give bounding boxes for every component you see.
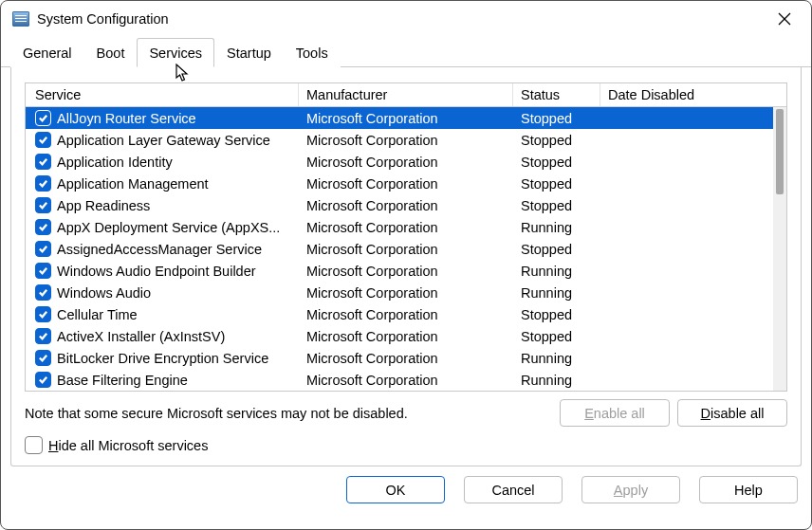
service-name: AllJoyn Router Service — [57, 111, 196, 126]
status-cell: Running — [513, 351, 600, 366]
table-row[interactable]: AllJoyn Router ServiceMicrosoft Corporat… — [26, 107, 786, 129]
header-service[interactable]: Service — [26, 83, 299, 106]
manufacturer-cell: Microsoft Corporation — [299, 176, 513, 192]
service-name: Windows Audio Endpoint Builder — [57, 264, 256, 279]
manufacturer-cell: Microsoft Corporation — [299, 307, 513, 322]
manufacturer-cell: Microsoft Corporation — [299, 198, 513, 213]
service-name: AssignedAccessManager Service — [57, 242, 262, 257]
table-header: Service Manufacturer Status Date Disable… — [26, 83, 786, 107]
scrollbar-thumb[interactable] — [776, 109, 784, 194]
row-checkbox[interactable] — [35, 197, 51, 213]
service-name: Base Filtering Engine — [57, 373, 188, 388]
table-row[interactable]: Windows Audio Endpoint BuilderMicrosoft … — [26, 260, 786, 282]
status-cell: Running — [513, 220, 600, 235]
tab-services[interactable]: Services — [137, 38, 214, 67]
service-name: AppX Deployment Service (AppXS... — [57, 220, 280, 235]
status-cell: Running — [513, 285, 600, 301]
header-date-disabled[interactable]: Date Disabled — [600, 83, 786, 106]
row-checkbox[interactable] — [35, 263, 51, 279]
row-checkbox[interactable] — [35, 132, 51, 148]
row-checkbox[interactable] — [35, 219, 51, 235]
manufacturer-cell: Microsoft Corporation — [299, 155, 513, 170]
manufacturer-cell: Microsoft Corporation — [299, 373, 513, 388]
status-cell: Stopped — [513, 329, 600, 344]
table-row[interactable]: Application ManagementMicrosoft Corporat… — [26, 173, 786, 194]
status-cell: Stopped — [513, 198, 600, 213]
app-icon — [12, 11, 29, 27]
status-cell: Stopped — [513, 242, 600, 257]
table-row[interactable]: Base Filtering EngineMicrosoft Corporati… — [26, 369, 786, 391]
header-manufacturer[interactable]: Manufacturer — [299, 83, 513, 106]
status-cell: Stopped — [513, 111, 600, 126]
manufacturer-cell: Microsoft Corporation — [299, 351, 513, 366]
enable-all-button[interactable]: Enable all — [560, 399, 670, 427]
tab-general[interactable]: General — [10, 38, 84, 67]
status-cell: Stopped — [513, 307, 600, 322]
status-cell: Running — [513, 264, 600, 279]
close-button[interactable] — [766, 5, 803, 33]
row-checkbox[interactable] — [35, 372, 51, 388]
tab-bar: General Boot Services Startup Tools — [1, 37, 811, 67]
table-row[interactable]: App ReadinessMicrosoft CorporationStoppe… — [26, 194, 786, 216]
manufacturer-cell: Microsoft Corporation — [299, 111, 513, 126]
header-status[interactable]: Status — [513, 83, 600, 106]
row-checkbox[interactable] — [35, 175, 51, 192]
table-body: AllJoyn Router ServiceMicrosoft Corporat… — [26, 107, 786, 391]
table-row[interactable]: Windows AudioMicrosoft CorporationRunnin… — [26, 282, 786, 303]
service-name: Application Management — [57, 176, 209, 192]
disable-all-button[interactable]: Disable all — [677, 399, 787, 427]
cancel-button[interactable]: Cancel — [464, 476, 563, 503]
status-cell: Stopped — [513, 133, 600, 148]
tab-startup[interactable]: Startup — [214, 38, 284, 67]
row-checkbox[interactable] — [35, 154, 51, 170]
table-row[interactable]: Application Layer Gateway ServiceMicroso… — [26, 129, 786, 151]
service-name: BitLocker Drive Encryption Service — [57, 351, 268, 366]
secure-services-note: Note that some secure Microsoft services… — [25, 406, 408, 421]
status-cell: Stopped — [513, 176, 600, 192]
table-row[interactable]: AssignedAccessManager ServiceMicrosoft C… — [26, 238, 786, 260]
manufacturer-cell: Microsoft Corporation — [299, 329, 513, 344]
row-checkbox[interactable] — [35, 284, 51, 301]
row-checkbox[interactable] — [35, 306, 51, 322]
service-name: Cellular Time — [57, 307, 138, 322]
row-checkbox[interactable] — [35, 350, 51, 366]
service-name: Windows Audio — [57, 285, 151, 301]
row-checkbox[interactable] — [35, 241, 51, 257]
hide-ms-checkbox[interactable] — [25, 436, 43, 454]
tab-boot[interactable]: Boot — [84, 38, 138, 67]
service-name: Application Layer Gateway Service — [57, 133, 270, 148]
service-name: Application Identity — [57, 155, 173, 170]
help-button[interactable]: Help — [699, 476, 798, 503]
status-cell: Stopped — [513, 155, 600, 170]
manufacturer-cell: Microsoft Corporation — [299, 242, 513, 257]
close-icon — [778, 12, 791, 26]
table-row[interactable]: AppX Deployment Service (AppXS...Microso… — [26, 216, 786, 238]
hide-ms-label[interactable]: Hide all Microsoft services — [48, 438, 208, 453]
row-checkbox[interactable] — [35, 328, 51, 344]
table-row[interactable]: BitLocker Drive Encryption ServiceMicros… — [26, 347, 786, 369]
dialog-buttons: OK Cancel Apply Help — [1, 466, 811, 503]
services-table: Service Manufacturer Status Date Disable… — [25, 82, 787, 392]
services-panel: Service Manufacturer Status Date Disable… — [10, 67, 802, 466]
titlebar: System Configuration — [1, 1, 811, 37]
status-cell: Running — [513, 373, 600, 388]
table-row[interactable]: Application IdentityMicrosoft Corporatio… — [26, 151, 786, 173]
apply-button[interactable]: Apply — [581, 476, 680, 503]
window-title: System Configuration — [37, 11, 169, 27]
manufacturer-cell: Microsoft Corporation — [299, 220, 513, 235]
manufacturer-cell: Microsoft Corporation — [299, 285, 513, 301]
table-row[interactable]: Cellular TimeMicrosoft CorporationStoppe… — [26, 303, 786, 325]
vertical-scrollbar[interactable] — [773, 107, 786, 391]
ok-button[interactable]: OK — [346, 476, 445, 503]
table-row[interactable]: ActiveX Installer (AxInstSV)Microsoft Co… — [26, 325, 786, 347]
row-checkbox[interactable] — [35, 110, 51, 126]
service-name: App Readiness — [57, 198, 150, 213]
tab-tools[interactable]: Tools — [284, 38, 341, 67]
service-name: ActiveX Installer (AxInstSV) — [57, 329, 225, 344]
manufacturer-cell: Microsoft Corporation — [299, 133, 513, 148]
manufacturer-cell: Microsoft Corporation — [299, 264, 513, 279]
